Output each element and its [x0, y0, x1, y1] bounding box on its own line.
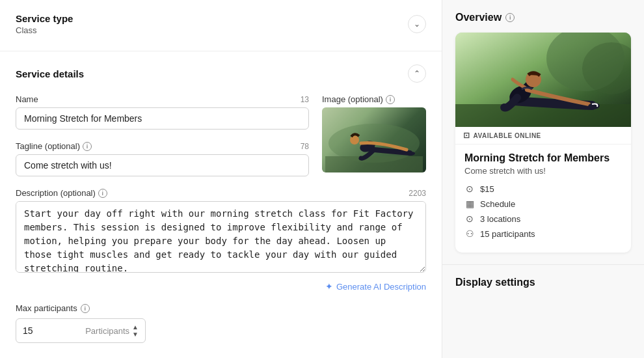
svg-rect-10 [455, 104, 631, 127]
image-upload-box[interactable] [322, 107, 426, 172]
service-details-section: Service details ⌃ Name 13 Tagline (op [0, 51, 442, 358]
tagline-field-group: Tagline (optional) i 78 [16, 141, 309, 176]
max-participants-input[interactable] [23, 325, 42, 336]
image-label: Image (optional) i [322, 94, 395, 104]
name-label-row: Name 13 [16, 94, 309, 104]
svg-rect-2 [325, 156, 423, 172]
available-badge: ⊡ AVAILABLE ONLINE [455, 127, 631, 145]
name-field-group: Name 13 [16, 94, 309, 130]
image-col: Image (optional) i [322, 94, 426, 172]
calendar-icon: ▦ [464, 199, 475, 209]
stepper-down-icon[interactable]: ▼ [132, 331, 139, 338]
overview-locations-row: ⊙ 3 locations [464, 213, 622, 224]
display-settings-title: Display settings [455, 277, 631, 288]
description-info-icon[interactable]: i [98, 189, 107, 198]
service-details-title: Service details [16, 68, 84, 79]
overview-schedule-row: ▦ Schedule [464, 199, 622, 209]
right-panel: Overview i [442, 0, 644, 358]
description-textarea[interactable]: Start your day off right with our mornin… [16, 201, 426, 273]
tagline-input[interactable] [16, 154, 309, 176]
stepper-up-icon[interactable]: ▲ [132, 324, 139, 331]
service-details-collapse-button[interactable]: ⌃ [408, 64, 426, 83]
chevron-down-icon: ⌄ [414, 20, 420, 29]
overview-card: ⊡ AVAILABLE ONLINE Morning Stretch for M… [455, 33, 631, 253]
max-participants-label: Max participants [16, 303, 77, 313]
description-label: Description (optional) i [16, 188, 107, 198]
name-col: Name 13 Tagline (optional) i 78 [16, 94, 309, 188]
participants-suffix: Participants [42, 326, 129, 336]
overview-tagline: Come stretch with us! [464, 166, 622, 176]
service-type-header: Service type Class ⌄ [16, 13, 426, 35]
service-type-info: Service type Class [16, 13, 73, 35]
description-char-count: 2203 [409, 189, 426, 198]
name-input[interactable] [16, 107, 309, 130]
generate-ai-description-button[interactable]: ✦ Generate AI Description [325, 281, 426, 292]
overview-section: Overview i [442, 0, 644, 264]
tagline-info-icon[interactable]: i [83, 142, 92, 151]
service-details-header: Service details ⌃ [16, 64, 426, 83]
tagline-label: Tagline (optional) i [16, 141, 92, 151]
service-type-collapse-button[interactable]: ⌄ [408, 15, 426, 33]
name-char-count: 13 [301, 95, 309, 104]
overview-service-name: Morning Stretch for Members [464, 152, 622, 164]
overview-title: Overview i [455, 12, 631, 23]
overview-info-icon[interactable]: i [505, 13, 515, 22]
svg-point-4 [350, 135, 359, 145]
monitor-icon: ⊡ [463, 131, 470, 140]
name-label: Name [16, 94, 38, 104]
stretch-image-svg [325, 107, 423, 172]
overview-image [455, 33, 631, 127]
description-field-group: Description (optional) i 2203 Start your… [16, 188, 426, 292]
left-panel: Service type Class ⌄ Service details ⌃ N… [0, 0, 442, 358]
max-participants-input-wrapper[interactable]: Participants ▲ ▼ [16, 318, 146, 343]
name-image-row: Name 13 Tagline (optional) i 78 [16, 94, 426, 188]
participants-icon: ⚇ [464, 228, 475, 239]
overview-stretch-svg [455, 33, 631, 127]
participants-stepper[interactable]: ▲ ▼ [132, 324, 139, 338]
image-label-row: Image (optional) i [322, 94, 426, 104]
service-type-value: Class [16, 25, 73, 35]
max-participants-info-icon[interactable]: i [81, 304, 90, 313]
sparkle-icon: ✦ [325, 281, 333, 292]
chevron-up-icon: ⌃ [414, 69, 420, 78]
max-participants-label-row: Max participants i [16, 303, 426, 313]
price-icon: ⊙ [464, 184, 475, 194]
max-participants-group: Max participants i Participants ▲ ▼ [16, 303, 426, 343]
overview-participants-row: ⚇ 15 participants [464, 228, 622, 239]
image-placeholder [322, 107, 426, 172]
service-type-label: Service type [16, 13, 73, 24]
location-icon: ⊙ [464, 213, 475, 224]
tagline-label-row: Tagline (optional) i 78 [16, 141, 309, 151]
description-label-row: Description (optional) i 2203 [16, 188, 426, 198]
display-settings-section: Display settings [442, 264, 644, 300]
service-type-section: Service type Class ⌄ [0, 0, 442, 51]
overview-price-row: ⊙ $15 [464, 184, 622, 194]
overview-card-body: Morning Stretch for Members Come stretch… [455, 145, 631, 253]
image-info-icon[interactable]: i [386, 95, 395, 104]
tagline-char-count: 78 [301, 142, 309, 151]
